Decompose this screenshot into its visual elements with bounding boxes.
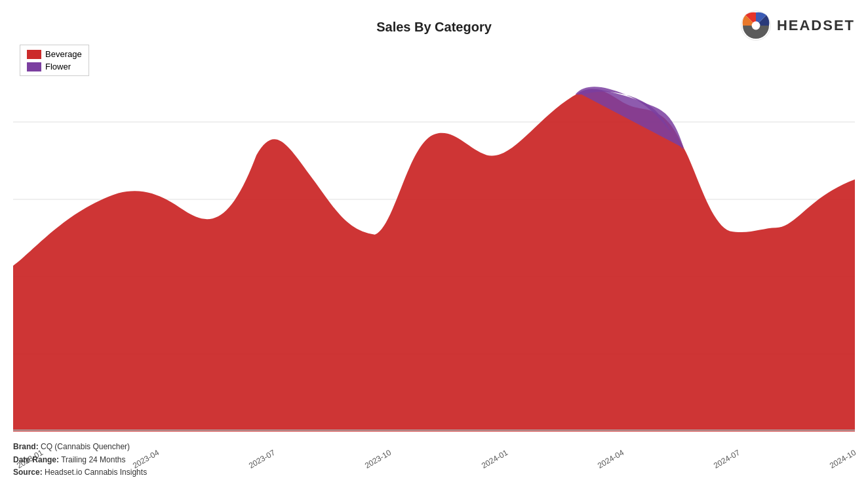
x-label-4: 2024-01 <box>479 448 509 470</box>
x-label-5: 2024-04 <box>596 448 625 470</box>
daterange-label: Date Range: <box>13 455 59 464</box>
source-label: Source: <box>13 468 43 477</box>
beverage-label: Beverage <box>45 49 82 59</box>
chart-svg <box>13 45 855 432</box>
chart-title: Sales By Category <box>13 13 855 35</box>
x-label-3: 2023-10 <box>363 448 393 470</box>
legend-item-flower: Flower <box>27 62 82 71</box>
chart-container: Sales By Category HEADSET Beverage <box>0 0 868 484</box>
svg-point-1 <box>751 22 760 30</box>
x-label-2: 2023-07 <box>247 448 277 470</box>
beverage-swatch <box>27 50 41 59</box>
chart-legend: Beverage Flower <box>20 45 89 76</box>
legend-item-beverage: Beverage <box>27 49 82 59</box>
headset-logo-text: HEADSET <box>777 17 855 34</box>
daterange-value: Trailing 24 Months <box>61 455 125 464</box>
footer-source: Source: Headset.io Cannabis Insights <box>13 466 147 479</box>
footer-daterange: Date Range: Trailing 24 Months <box>13 454 147 466</box>
brand-label: Brand: <box>13 442 39 451</box>
flower-label: Flower <box>45 62 71 71</box>
chart-area <box>13 45 855 432</box>
flower-swatch <box>27 62 41 71</box>
x-label-7: 2024-10 <box>828 448 858 470</box>
footer-brand: Brand: CQ (Cannabis Quencher) <box>13 441 147 453</box>
source-value: Headset.io Cannabis Insights <box>45 468 147 477</box>
headset-logo: HEADSET <box>740 10 855 41</box>
x-label-6: 2024-07 <box>712 448 741 470</box>
brand-value: CQ (Cannabis Quencher) <box>41 442 130 451</box>
footer-info: Brand: CQ (Cannabis Quencher) Date Range… <box>13 441 147 479</box>
headset-logo-icon <box>740 10 772 41</box>
